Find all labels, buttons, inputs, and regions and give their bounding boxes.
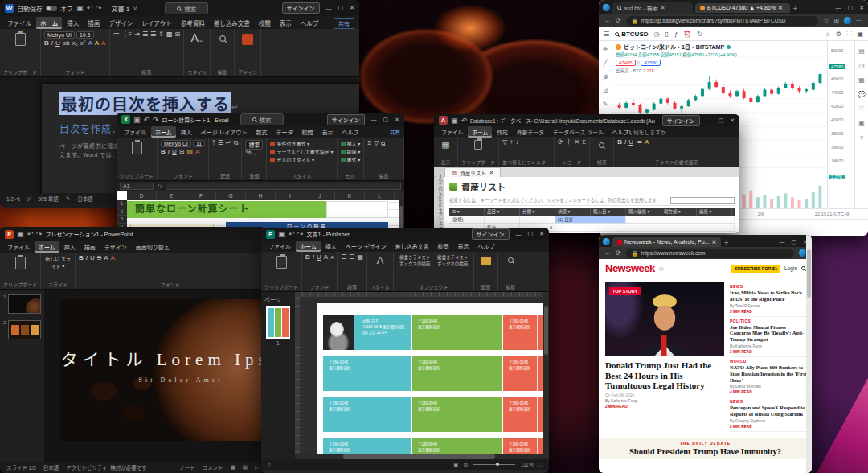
status-cell-selected[interactable]: (1) 良好 [555,216,626,223]
ribbon-tab[interactable]: ページ デザイン [342,241,391,252]
undo-icon[interactable]: ↶ [144,116,150,124]
paste-icon[interactable] [276,256,287,269]
redo-icon[interactable]: ↷ [36,230,43,238]
font-color-icon[interactable]: A [195,149,199,156]
italic-icon[interactable]: I [168,149,170,156]
calendar-icon[interactable]: ▣ [858,120,865,127]
bold-icon[interactable]: B [161,149,166,156]
page-icon[interactable]: ▯ [268,462,271,468]
zoom-level[interactable]: 111% [521,462,534,467]
settings-icon[interactable]: ⚙ [836,31,841,38]
ribbon-tab[interactable]: ファイル [3,241,34,253]
collections-icon[interactable]: ⊞ [833,17,839,24]
save-icon[interactable]: ▣ [451,117,458,125]
ribbon-tab[interactable]: 挿入 [177,126,196,138]
row-header[interactable]: 1 [117,200,127,208]
two-page-view-icon[interactable]: ⧉ [464,462,468,468]
redo-icon[interactable]: ↷ [96,4,102,12]
minimize-button[interactable]: — [371,117,377,122]
address-label[interactable]: 〒160-0045東京都新宿区 [412,356,502,391]
ribbon-tab[interactable]: 表示 [318,126,338,138]
paste-icon[interactable] [474,140,482,150]
align-center-icon[interactable]: ☰ [150,31,156,39]
style-item[interactable]: 条件付き書式 ▾ [276,142,309,146]
fill-color-icon[interactable]: ▨ [187,149,194,156]
symbol-search[interactable]: BTCUSD [615,31,648,38]
ribbon-tab[interactable]: 挿入 [60,241,80,253]
fib-icon[interactable]: ≶ [603,73,608,80]
slide-2-thumbnail[interactable] [8,320,41,339]
datasheet-column-header[interactable]: 分類 ▾ [520,208,555,216]
back-icon[interactable]: ← [604,249,611,257]
column-header[interactable]: E [157,191,186,200]
comma-icon[interactable]: , [254,150,256,157]
signin-button[interactable]: サインイン [282,2,320,14]
ribbon-tab[interactable]: ページ レイアウト [197,126,252,138]
highlight-icon[interactable]: A [645,139,649,146]
headline-title[interactable]: Iraq Militia Vows to Strike Back at US '… [730,290,807,302]
strikethrough-icon[interactable]: ab [63,40,70,47]
ribbon-tab[interactable]: ホーム [36,17,62,29]
close-button[interactable]: ✕ [730,117,735,124]
ribbon-tab[interactable]: ホーム [296,241,321,252]
grow-font-icon[interactable]: A [324,254,328,261]
wrap-text-icon[interactable]: ↵ [226,140,231,147]
buy-button[interactable]: 47580 [641,60,661,66]
fullscreen-icon[interactable]: ⛶ [847,30,852,38]
asset-list-tab[interactable]: ▥資産リスト✕ [444,167,501,177]
address-bar[interactable]: 🔒https://www.newsweek.com [626,249,794,258]
italic-icon[interactable]: I [86,255,88,262]
column-header[interactable]: K [335,191,365,200]
minimize-button[interactable]: — [516,232,522,237]
alerts-icon[interactable]: ◷ [859,62,865,69]
sort-desc-icon[interactable]: ↓ [515,139,518,146]
ribbon-tab[interactable]: ファイル [3,17,35,29]
name-box[interactable]: A1 [120,183,154,190]
maximize-button[interactable]: ▢ [848,5,854,11]
arrange-icon[interactable] [481,257,491,265]
page-thumbnail[interactable] [266,306,290,339]
text-color-icon[interactable]: A [101,40,105,47]
fit-page-icon[interactable]: ⛶ [538,462,542,468]
normal-view-icon[interactable]: ▦ [231,464,235,471]
menu-icon[interactable]: ☰ [604,31,609,38]
ribbon-tab[interactable]: デザイン [104,17,137,29]
subscript-icon[interactable]: x₂ [72,40,78,47]
ribbon-tab[interactable]: 校閲 [434,241,453,252]
column-header[interactable]: L [365,191,395,200]
headline-item[interactable]: WORLD NATO Ally Plans 600 Bunkers to Sto… [730,357,807,397]
profile-avatar[interactable] [799,249,806,257]
candle-style-icon[interactable]: ▯ [665,31,669,38]
save-icon[interactable]: ▣ [76,4,84,12]
word-count[interactable]: 305 単語 [38,195,59,203]
address-bar[interactable]: 🔒https://jp.tradingview.com/chart/?symbo… [626,16,818,26]
slide-indicator[interactable]: スライド 1/2 [6,463,36,471]
borders-icon[interactable]: ⊞ [179,149,185,156]
view-icon[interactable]: ▦ [441,139,449,150]
zoom-slider[interactable] [473,464,515,465]
ribbon-tab[interactable]: ヘルプ [338,126,363,138]
datasheet-column-header[interactable]: ID ▾ [449,208,485,216]
ribbon-tab[interactable]: ヘルプ [474,241,499,252]
close-button[interactable]: ✕ [395,117,399,123]
draw-horizontal-textbox-button[interactable]: 横書きテキスト ボックスの描画 [397,254,432,267]
sell-button[interactable]: 47485 [616,60,636,66]
language-indicator[interactable]: 日本語 [77,195,93,203]
ribbon-tab[interactable]: 表示 [454,241,473,252]
address-label[interactable]: 〒160-0045東京都新宿区 [412,315,502,350]
bold-icon[interactable]: B [305,254,310,261]
ribbon-tab[interactable]: 画面切り替え [132,241,174,253]
proofing-icon[interactable]: ✎ [66,195,70,202]
ideas-icon[interactable]: ♡ [858,105,864,113]
minimize-button[interactable]: — [706,117,712,123]
ribbon-tab[interactable]: 描画 [84,17,104,29]
slide-subtitle-text[interactable]: Sit Dolor Amet [60,376,265,384]
align-left-icon[interactable]: ☰ [341,254,346,261]
shadow-icon[interactable]: A [104,255,108,262]
search-box[interactable]: 検索 [165,2,208,14]
styles-gallery-icon[interactable]: A⌄ [187,31,207,44]
trump-photo[interactable]: TOP STORY [605,282,724,356]
interval-icon[interactable]: ◷ [654,31,660,38]
recipient-address-1[interactable]: 〒160-0045 東京都新宿区 [362,325,411,331]
pattern-icon[interactable]: ⊿ [603,87,608,94]
